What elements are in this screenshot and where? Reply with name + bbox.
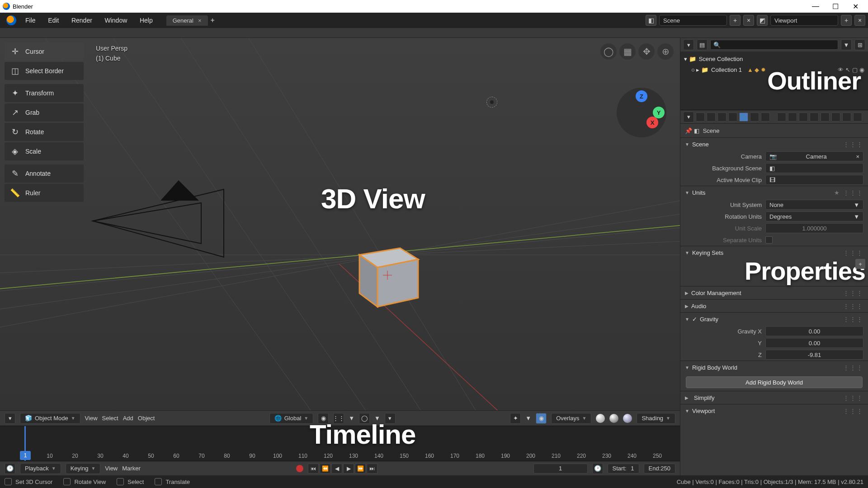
movie-clip-field[interactable]: 🎞 (765, 175, 863, 185)
prop-tab-3[interactable] (717, 113, 726, 122)
menu-edit[interactable]: Edit (42, 17, 64, 24)
unit-system-select[interactable]: None▼ (765, 200, 863, 210)
outliner-display-mode[interactable]: ▤ (697, 39, 708, 50)
new-viewlayer-button[interactable]: + (841, 15, 852, 26)
delete-viewlayer-button[interactable]: × (854, 15, 865, 26)
new-scene-button[interactable]: + (730, 15, 741, 26)
timeline-menu-keying[interactable]: Keying▼ (66, 463, 101, 474)
orientation-selector[interactable]: 🌐 Global▼ (269, 413, 313, 424)
menu-render[interactable]: Render (66, 17, 98, 24)
timeline-track[interactable]: Timeline 1 10203040506070809010011012013… (0, 426, 680, 461)
add-workspace-button[interactable]: + (211, 16, 215, 24)
camera-view-icon[interactable]: ◯ (600, 43, 617, 60)
gravity-x-field[interactable]: 0.00 (765, 326, 863, 336)
view3d-area[interactable]: ✛Cursor ◫Select Border ✦Transform ↗Grab … (0, 38, 680, 410)
app-logo-icon[interactable] (6, 15, 16, 25)
overlays-menu[interactable]: Overlays▼ (551, 413, 591, 424)
prop-tab-1[interactable] (696, 113, 705, 122)
cube-object[interactable] (346, 232, 423, 309)
start-frame-field[interactable]: Start:1 (608, 464, 639, 474)
camera-field[interactable]: 📷 Camera× (765, 151, 863, 161)
view3d-menu-view[interactable]: View (85, 415, 98, 422)
jump-end-button[interactable]: ⏭ (367, 464, 377, 474)
timeline-editor-type-icon[interactable]: 🕑 (5, 463, 15, 474)
gravity-y-field[interactable]: 0.00 (765, 338, 863, 348)
mode-selector[interactable]: 🧊 Object Mode▼ (20, 413, 80, 424)
add-rigid-body-world-button[interactable]: Add Rigid Body World (686, 376, 863, 388)
outliner-root[interactable]: ▾ 📁Scene Collection (684, 53, 864, 64)
shading-wireframe-icon[interactable] (596, 414, 605, 423)
workspace-tab-general[interactable]: General× (166, 15, 208, 26)
tool-cursor[interactable]: ✛Cursor (5, 42, 84, 61)
perspective-toggle-icon[interactable]: ▦ (619, 43, 636, 60)
tool-transform[interactable]: ✦Transform (5, 84, 84, 102)
scene-name-field[interactable]: Scene (659, 15, 727, 26)
tool-ruler[interactable]: 📏Ruler (5, 184, 84, 202)
keyframe-prev-button[interactable]: ⏪ (320, 464, 330, 474)
panel-color-header[interactable]: ▶Color Management⋮⋮⋮ (680, 286, 868, 299)
menu-window[interactable]: Window (99, 17, 132, 24)
tool-grab[interactable]: ↗Grab (5, 103, 84, 122)
viewlayer-name-field[interactable]: Viewport (770, 15, 838, 26)
properties-editor-type-icon[interactable]: ▾ (683, 112, 694, 122)
axis-gizmo[interactable]: Z Y X (617, 88, 666, 137)
keying-add-button[interactable]: + (855, 259, 865, 269)
prop-tab-8[interactable] (777, 113, 786, 122)
play-reverse-button[interactable]: ◀ (331, 464, 342, 474)
tool-scale[interactable]: ◈Scale (5, 142, 84, 160)
playhead[interactable]: 1 (24, 426, 26, 461)
minimize-button[interactable]: — (806, 0, 826, 13)
current-frame-field[interactable]: 1 (533, 464, 588, 474)
shading-menu[interactable]: Shading▼ (637, 413, 675, 424)
timeline-menu-marker[interactable]: Marker (122, 465, 140, 472)
tool-select-border[interactable]: ◫Select Border (5, 62, 84, 80)
outliner-new-collection-icon[interactable]: ⊞ (854, 39, 865, 50)
close-button[interactable]: ✕ (845, 0, 865, 13)
preview-range-toggle[interactable]: 🕑 (592, 463, 603, 474)
shading-solid-icon[interactable] (609, 414, 618, 423)
menu-file[interactable]: File (20, 17, 41, 24)
panel-simplify-header[interactable]: ▶Simplify⋮⋮⋮ (680, 391, 868, 404)
view3d-menu-object[interactable]: Object (138, 415, 155, 422)
rotation-units-select[interactable]: Degrees▼ (765, 211, 863, 221)
scene-browse-icon[interactable]: ◧ (646, 15, 656, 26)
outliner-filter-icon[interactable]: ▼ (841, 39, 852, 50)
view3d-menu-add[interactable]: Add (123, 415, 133, 422)
prop-tab-13[interactable] (831, 113, 840, 122)
outliner-editor-type-icon[interactable]: ▾ (683, 39, 694, 50)
prop-tab-scene[interactable] (739, 113, 748, 122)
prop-tab-14[interactable] (842, 113, 851, 122)
editor-type-icon[interactable]: ▾ (5, 413, 15, 424)
keyframe-next-button[interactable]: ⏩ (355, 464, 366, 474)
delete-scene-button[interactable]: × (743, 15, 754, 26)
panel-scene-header[interactable]: ▼Scene⋮⋮⋮ (680, 138, 868, 150)
prop-tab-15[interactable] (853, 113, 862, 122)
panel-rigid-header[interactable]: ▼Rigid Body World⋮⋮⋮ (680, 361, 868, 374)
light-object[interactable] (486, 97, 497, 108)
unit-scale-field[interactable]: 1.000000 (765, 223, 863, 233)
separate-units-checkbox[interactable] (765, 236, 773, 244)
maximize-button[interactable]: ☐ (826, 0, 845, 13)
timeline-menu-playback[interactable]: Playback▼ (20, 463, 61, 474)
menu-help[interactable]: Help (134, 17, 158, 24)
auto-keying-toggle[interactable] (296, 465, 303, 472)
close-workspace-icon[interactable]: × (198, 17, 202, 24)
panel-gravity-header[interactable]: ▼✓Gravity⋮⋮⋮ (680, 313, 868, 325)
tool-rotate[interactable]: ↻Rotate (5, 123, 84, 141)
camera-object[interactable] (88, 176, 233, 266)
prop-tab-9[interactable] (788, 113, 797, 122)
prop-tab-10[interactable] (799, 113, 808, 122)
end-frame-field[interactable]: End:250 (644, 464, 675, 474)
view3d-menu-select[interactable]: Select (102, 415, 118, 422)
panel-audio-header[interactable]: ▶Audio⋮⋮⋮ (680, 300, 868, 312)
prop-tab-7[interactable] (761, 113, 770, 122)
outliner-search-input[interactable]: 🔍 (710, 40, 838, 50)
gravity-enable-checkbox[interactable]: ✓ (692, 316, 697, 323)
prop-tab-2[interactable] (707, 113, 716, 122)
panel-units-header[interactable]: ▼Units★ ⋮⋮⋮ (680, 186, 868, 199)
zoom-icon[interactable]: ⊕ (657, 43, 674, 60)
prop-tab-11[interactable] (810, 113, 819, 122)
timeline-menu-view[interactable]: View (105, 465, 118, 472)
gizmo-toggle[interactable]: ✦ (510, 413, 521, 424)
tool-annotate[interactable]: ✎Annotate (5, 164, 84, 183)
